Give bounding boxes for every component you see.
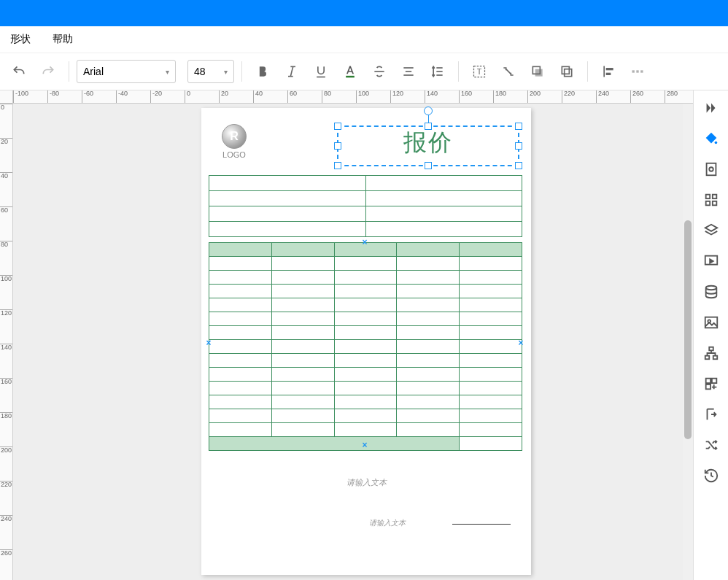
title-bar	[0, 0, 728, 26]
vertical-scrollbar[interactable]	[683, 104, 693, 580]
svg-rect-20	[606, 73, 611, 75]
hierarchy-button[interactable]	[698, 340, 724, 366]
extensions-button[interactable]	[698, 371, 724, 397]
svg-rect-28	[712, 195, 716, 199]
history-button[interactable]	[698, 463, 724, 489]
svg-rect-35	[709, 347, 713, 351]
svg-rect-33	[705, 317, 717, 328]
svg-rect-16	[565, 69, 572, 77]
svg-rect-36	[705, 356, 709, 360]
svg-text:T: T	[477, 67, 482, 76]
svg-rect-27	[705, 195, 710, 199]
collapse-panel-button[interactable]	[698, 95, 724, 121]
resize-handle-sw[interactable]	[334, 162, 341, 169]
menu-shape[interactable]: 形状	[10, 33, 31, 46]
svg-rect-21	[632, 70, 635, 72]
align-button[interactable]	[395, 58, 422, 85]
ruler-corner	[0, 90, 13, 104]
svg-rect-25	[706, 163, 716, 176]
font-color-button[interactable]	[337, 58, 363, 85]
format-toolbar: Arial▾ 48▾ T	[0, 53, 728, 90]
group-handle-right[interactable]: ×	[516, 339, 525, 347]
svg-line-0	[290, 66, 293, 76]
font-family-select[interactable]: Arial▾	[77, 60, 176, 83]
quote-table[interactable]	[209, 242, 522, 451]
svg-rect-17	[562, 66, 569, 74]
svg-rect-23	[640, 70, 643, 72]
rotation-handle[interactable]	[424, 107, 433, 115]
resize-handle-s[interactable]	[425, 162, 432, 169]
svg-rect-29	[705, 201, 710, 206]
scroll-thumb[interactable]	[684, 220, 692, 439]
components-button[interactable]	[698, 187, 724, 213]
ruler-horizontal: -100-80-60-40-20020406080100120140160180…	[13, 90, 693, 104]
svg-point-24	[714, 142, 717, 144]
line-spacing-button[interactable]	[425, 58, 451, 85]
canvas[interactable]: R LOGO 报价 × × × × 请输入文本	[13, 104, 693, 580]
duplicate-button[interactable]	[554, 58, 580, 85]
text-box-button[interactable]: T	[466, 58, 492, 85]
page-settings-button[interactable]	[698, 156, 724, 182]
group-handle-top[interactable]: ×	[360, 238, 369, 247]
svg-rect-22	[636, 70, 638, 72]
svg-rect-19	[606, 68, 613, 70]
svg-rect-40	[705, 384, 710, 389]
data-button[interactable]	[698, 279, 724, 305]
shuffle-button[interactable]	[698, 432, 724, 458]
logo-label: LOGO	[217, 150, 251, 159]
underline-button[interactable]	[308, 58, 334, 85]
menu-bar: 形状 帮助	[0, 26, 728, 53]
connector-button[interactable]	[495, 58, 522, 85]
svg-rect-18	[603, 66, 605, 77]
svg-point-26	[709, 167, 713, 171]
logo-icon: R	[222, 124, 247, 149]
ruler-vertical: 020406080100120140160180200220240260	[0, 104, 13, 580]
group-handle-left[interactable]: ×	[204, 339, 213, 347]
logo-placeholder[interactable]: R LOGO	[217, 124, 251, 159]
svg-rect-15	[535, 69, 543, 77]
redo-button[interactable]	[35, 58, 61, 85]
fill-panel-button[interactable]	[698, 125, 724, 152]
layers-button[interactable]	[698, 217, 724, 244]
signature-line[interactable]	[452, 524, 511, 525]
svg-point-32	[705, 286, 716, 290]
font-size-select[interactable]: 48▾	[187, 60, 234, 83]
shadow-button[interactable]	[524, 58, 551, 85]
strikethrough-button[interactable]	[366, 58, 392, 85]
italic-button[interactable]	[279, 58, 305, 85]
indent-button[interactable]	[698, 401, 724, 428]
info-table[interactable]	[209, 175, 522, 237]
bold-button[interactable]	[249, 58, 276, 85]
image-button[interactable]	[698, 309, 724, 336]
align-left-button[interactable]	[595, 58, 621, 85]
svg-rect-38	[705, 379, 710, 383]
signature-placeholder[interactable]: 请输入文本	[333, 518, 442, 528]
workspace: -100-80-60-40-20020406080100120140160180…	[0, 90, 728, 580]
document-page[interactable]: R LOGO 报价 × × × × 请输入文本	[201, 108, 531, 575]
side-panel	[693, 90, 728, 580]
svg-rect-4	[346, 76, 355, 78]
document-title[interactable]: 报价	[340, 127, 516, 159]
svg-rect-37	[713, 356, 717, 360]
svg-rect-39	[711, 379, 716, 383]
resize-handle-se[interactable]	[515, 162, 522, 169]
notes-placeholder[interactable]: 请输入文本	[201, 477, 531, 488]
distribute-button[interactable]	[624, 58, 651, 85]
svg-rect-30	[712, 201, 716, 206]
presentation-button[interactable]	[698, 248, 724, 274]
undo-button[interactable]	[6, 58, 32, 85]
group-handle-bottom[interactable]: ×	[360, 441, 369, 449]
menu-help[interactable]: 帮助	[53, 33, 73, 46]
